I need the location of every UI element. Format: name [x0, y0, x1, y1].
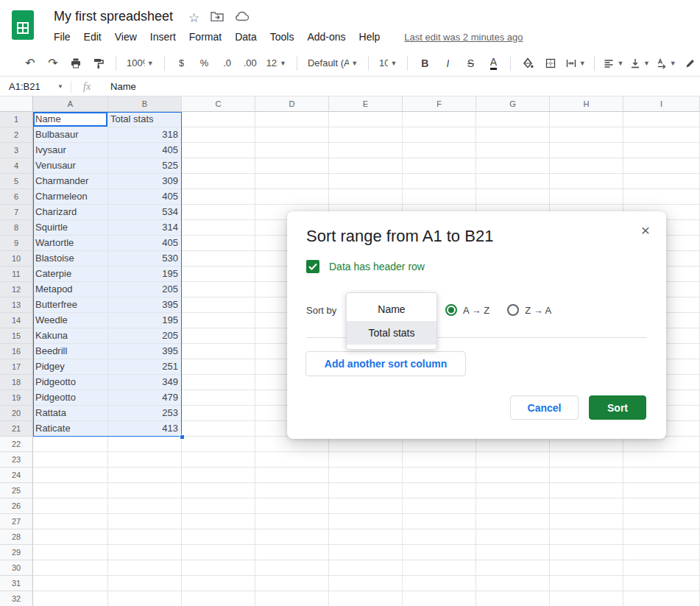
cell-d27[interactable]: [255, 514, 329, 529]
cell-i3[interactable]: [623, 143, 700, 158]
dropdown-option-name[interactable]: Name: [347, 297, 436, 321]
cell-f27[interactable]: [403, 514, 476, 529]
cell-e23[interactable]: [329, 452, 403, 468]
cell-c9[interactable]: [182, 236, 255, 251]
cell-h29[interactable]: [550, 545, 623, 560]
close-icon[interactable]: ×: [635, 220, 656, 241]
horizontal-align-button[interactable]: ▼: [602, 54, 625, 73]
cell-d25[interactable]: [255, 483, 329, 498]
cell-g4[interactable]: [476, 158, 550, 174]
cell-f28[interactable]: [403, 529, 476, 545]
radio-option-a-z[interactable]: A → Z: [445, 304, 489, 316]
row-header-4[interactable]: 4: [0, 158, 33, 174]
cell-a21[interactable]: Raticate: [33, 421, 108, 437]
cell-i29[interactable]: [623, 545, 700, 560]
cell-d28[interactable]: [255, 529, 329, 545]
cell-h22[interactable]: [550, 437, 623, 452]
cell-b28[interactable]: [108, 529, 182, 545]
cell-b30[interactable]: [108, 560, 182, 576]
cell-c13[interactable]: [182, 297, 255, 313]
row-header-14[interactable]: 14: [0, 313, 33, 328]
cell-a2[interactable]: Bulbasaur: [33, 127, 108, 143]
zoom-select[interactable]: 100%▼: [124, 54, 157, 73]
cell-h4[interactable]: [550, 158, 623, 174]
cell-d24[interactable]: [255, 468, 329, 483]
cell-b9[interactable]: 405: [108, 236, 182, 251]
cell-a16[interactable]: Beedrill: [33, 344, 108, 359]
cell-c14[interactable]: [182, 313, 255, 328]
cell-g31[interactable]: [476, 576, 550, 591]
row-header-32[interactable]: 32: [0, 591, 33, 606]
cell-i28[interactable]: [623, 529, 700, 545]
cell-a25[interactable]: [33, 483, 108, 498]
cell-i25[interactable]: [623, 483, 700, 498]
cell-g26[interactable]: [476, 498, 550, 514]
cell-h25[interactable]: [550, 483, 623, 498]
cell-e25[interactable]: [329, 483, 403, 498]
cell-c12[interactable]: [182, 282, 255, 297]
cell-a15[interactable]: Kakuna: [33, 328, 108, 344]
cell-h27[interactable]: [550, 514, 623, 529]
cell-c19[interactable]: [182, 390, 255, 406]
cell-g24[interactable]: [476, 468, 550, 483]
cell-g28[interactable]: [476, 529, 550, 545]
row-header-30[interactable]: 30: [0, 560, 33, 576]
cell-f1[interactable]: [403, 112, 476, 127]
cell-d3[interactable]: [255, 143, 329, 158]
cell-e1[interactable]: [329, 112, 403, 127]
menu-item-insert[interactable]: Insert: [144, 29, 183, 45]
cell-i26[interactable]: [623, 498, 700, 514]
column-header-e[interactable]: E: [329, 96, 403, 112]
cell-b16[interactable]: 395: [108, 344, 182, 359]
cell-d31[interactable]: [255, 576, 329, 591]
row-header-19[interactable]: 19: [0, 390, 33, 406]
cell-b4[interactable]: 525: [108, 158, 182, 174]
cell-b8[interactable]: 314: [108, 220, 182, 236]
cell-b17[interactable]: 251: [108, 359, 182, 375]
italic-button[interactable]: I: [438, 54, 457, 73]
row-header-1[interactable]: 1: [0, 112, 33, 127]
cell-b6[interactable]: 405: [108, 189, 182, 205]
cell-a27[interactable]: [33, 514, 108, 529]
row-header-22[interactable]: 22: [0, 437, 33, 452]
cell-a19[interactable]: Pidgeotto: [33, 390, 108, 406]
cell-a18[interactable]: Pidgeotto: [33, 375, 108, 390]
cell-f24[interactable]: [403, 468, 476, 483]
cell-c31[interactable]: [182, 576, 255, 591]
cell-g6[interactable]: [476, 189, 550, 205]
column-header-c[interactable]: C: [182, 96, 255, 112]
add-sort-column-button[interactable]: Add another sort column: [305, 351, 466, 376]
cell-b10[interactable]: 530: [108, 251, 182, 267]
cell-i2[interactable]: [623, 127, 700, 143]
cell-f31[interactable]: [403, 576, 476, 591]
cell-f4[interactable]: [403, 158, 476, 174]
row-header-5[interactable]: 5: [0, 174, 33, 189]
column-header-d[interactable]: D: [255, 96, 329, 112]
cell-a9[interactable]: Wartortle: [33, 236, 108, 251]
cell-h2[interactable]: [550, 127, 623, 143]
move-to-folder-icon[interactable]: [211, 11, 224, 24]
cell-b18[interactable]: 349: [108, 375, 182, 390]
row-header-31[interactable]: 31: [0, 576, 33, 591]
cell-g29[interactable]: [476, 545, 550, 560]
cell-g25[interactable]: [476, 483, 550, 498]
document-title[interactable]: My first spreadsheet: [54, 9, 173, 24]
font-size-select[interactable]: 10▼: [376, 54, 400, 73]
cell-b31[interactable]: [108, 576, 182, 591]
column-header-b[interactable]: B: [108, 96, 182, 112]
dropdown-option-total-stats[interactable]: Total stats: [347, 321, 436, 345]
radio-z-a-label[interactable]: Z → A: [525, 305, 551, 316]
row-header-25[interactable]: 25: [0, 483, 33, 498]
cell-f30[interactable]: [403, 560, 476, 576]
cell-g3[interactable]: [476, 143, 550, 158]
edit-pen-button[interactable]: [681, 54, 700, 73]
sheets-logo-icon[interactable]: [12, 10, 34, 40]
cell-c17[interactable]: [182, 359, 255, 375]
row-header-10[interactable]: 10: [0, 251, 33, 267]
increase-decimals-button[interactable]: .00: [241, 54, 260, 73]
cell-e30[interactable]: [329, 560, 403, 576]
cell-b29[interactable]: [108, 545, 182, 560]
cell-a7[interactable]: Charizard: [33, 205, 108, 220]
row-header-28[interactable]: 28: [0, 529, 33, 545]
menu-item-data[interactable]: Data: [228, 29, 264, 45]
